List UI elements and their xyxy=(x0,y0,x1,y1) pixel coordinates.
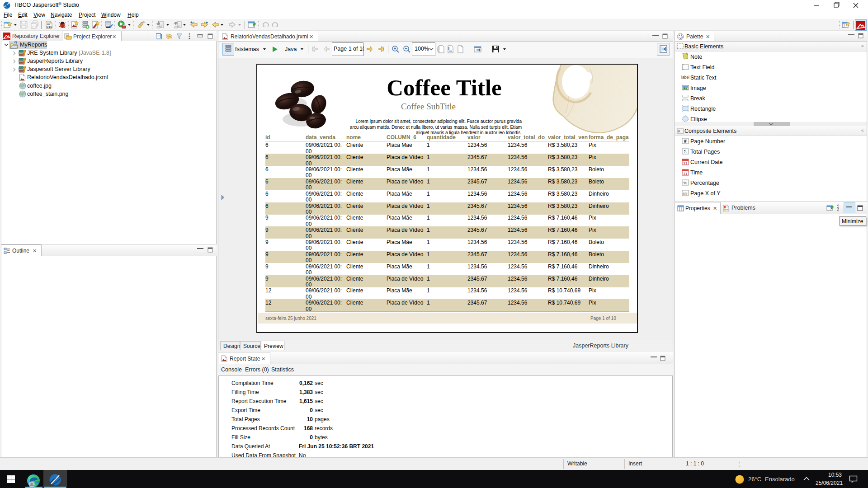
svg-text:31: 31 xyxy=(684,161,688,165)
svg-text:#/#: #/# xyxy=(683,192,688,196)
svg-text:#: # xyxy=(678,129,680,133)
svg-text:#: # xyxy=(684,139,687,144)
svg-text:31: 31 xyxy=(684,172,688,176)
svg-text:%: % xyxy=(684,180,688,185)
svg-text:Σ: Σ xyxy=(684,149,687,154)
svg-text:label: label xyxy=(681,75,689,80)
svg-text:010: 010 xyxy=(47,25,52,29)
